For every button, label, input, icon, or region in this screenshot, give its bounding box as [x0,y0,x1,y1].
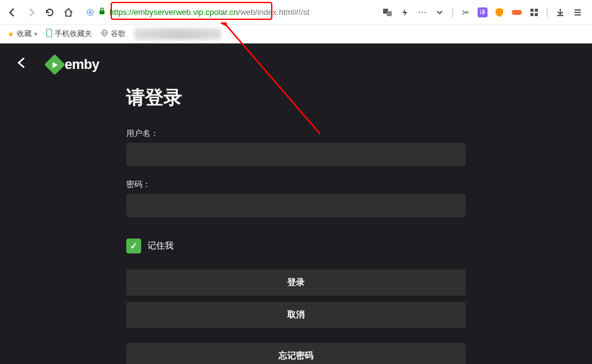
svg-rect-5 [512,10,522,15]
radio-icon [86,8,95,17]
bookmark-favorites[interactable]: ★ 收藏 ▾ [7,29,37,39]
gamepad-icon[interactable] [511,7,522,18]
svg-rect-2 [99,11,104,14]
page-header: emby [0,43,592,85]
nav-back-button[interactable] [5,5,20,20]
remember-me-checkbox[interactable]: ✓ [126,239,141,253]
svg-rect-9 [535,13,538,16]
grid-icon[interactable] [529,7,540,18]
nav-reload-button[interactable] [42,5,57,20]
emby-logo[interactable]: emby [47,57,99,73]
menu-icon[interactable] [572,7,583,18]
back-arrow-button[interactable] [15,56,32,73]
remember-me-row: ✓ 记住我 [126,239,466,253]
page-content: emby 请登录 用户名： 密码： ✓ 记住我 登录 取消 忘记密码 [0,43,592,364]
login-title: 请登录 [126,85,466,111]
bookmarks-bar: ★ 收藏 ▾ 手机收藏夹 谷歌 [0,25,592,43]
lock-icon [98,7,106,17]
password-label: 密码： [126,179,466,190]
emby-play-icon [44,54,65,75]
shield-icon[interactable] [494,7,505,18]
download-icon[interactable] [555,7,566,18]
url-text: https://embyserverweb.vip.cpolar.cn/web/… [109,7,310,17]
username-input[interactable] [126,143,466,166]
forgot-password-button[interactable]: 忘记密码 [126,343,466,364]
svg-rect-10 [47,29,52,37]
username-label: 用户名： [126,128,466,139]
nav-home-button[interactable] [61,5,76,20]
browser-toolbar: https://embyserverweb.vip.cpolar.cn/web/… [0,0,592,25]
url-bar[interactable]: https://embyserverweb.vip.cpolar.cn/web/… [80,3,374,22]
remember-me-label: 记住我 [147,240,173,252]
cancel-button[interactable]: 取消 [126,302,466,328]
password-input[interactable] [126,194,466,217]
translate-icon[interactable] [382,7,393,18]
lightning-icon[interactable] [399,7,410,18]
svg-rect-4 [387,11,392,16]
translate-ext-icon[interactable]: 译 [478,7,488,17]
svg-rect-7 [535,9,538,12]
bookmark-mobile[interactable]: 手机收藏夹 [46,29,92,39]
chevron-down-icon[interactable] [434,7,445,18]
nav-forward-button[interactable] [24,5,39,20]
svg-rect-8 [530,13,534,16]
scissors-icon[interactable]: ✂ [460,7,471,18]
check-icon: ✓ [130,240,138,252]
login-form: 请登录 用户名： 密码： ✓ 记住我 登录 取消 忘记密码 [57,85,535,364]
svg-point-1 [89,11,92,14]
blurred-bookmark [134,29,221,40]
chevron-down-icon: ▾ [34,30,37,37]
more-icon[interactable]: ⋯ [417,7,428,18]
toolbar-right-icons: ⋯ | ✂ 译 | [378,7,587,18]
login-button[interactable]: 登录 [126,270,466,296]
globe-icon [101,29,108,39]
star-icon: ★ [7,30,14,39]
svg-rect-6 [530,9,534,12]
bookmark-google[interactable]: 谷歌 [101,29,126,39]
mobile-icon [46,29,52,39]
